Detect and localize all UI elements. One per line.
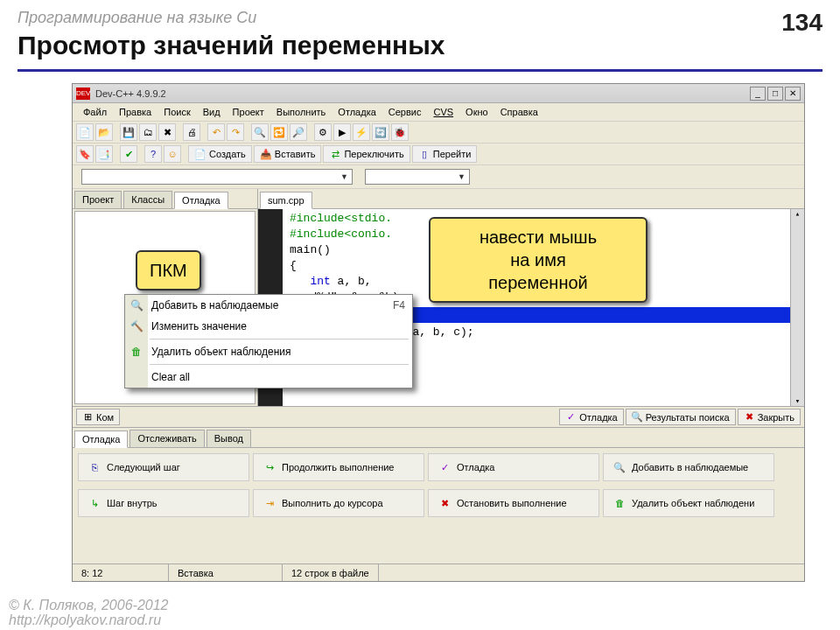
tab-classes[interactable]: Классы	[123, 191, 172, 208]
tab-close-output[interactable]: ✖Закрыть	[738, 409, 801, 425]
help-icon[interactable]: ?	[144, 145, 162, 163]
menu-edit[interactable]: Правка	[114, 105, 157, 119]
run-icon[interactable]: ▶	[333, 123, 351, 141]
debug-panel: ⎘Следующий шаг ↪Продолжить выполнение ✓О…	[73, 448, 804, 527]
subtab-watch[interactable]: Отслеживать	[130, 430, 204, 447]
continue-button[interactable]: ↪Продолжить выполнение	[253, 453, 424, 481]
hammer-icon: 🔨	[129, 318, 144, 334]
subtab-debug[interactable]: Отладка	[74, 430, 128, 448]
compile-icon[interactable]: ⚙	[314, 123, 332, 141]
insert-label: Вставить	[275, 149, 316, 159]
tab-project[interactable]: Проект	[74, 191, 122, 208]
switch-button[interactable]: ⇄Переключить	[323, 145, 410, 163]
menu-run[interactable]: Выполнить	[271, 105, 331, 119]
slide-supertitle: Программирование на языке Си	[18, 9, 822, 27]
goto-label: Перейти	[433, 149, 472, 159]
slide-footer: © К. Поляков, 2006-2012 http://kpolyakov…	[9, 598, 168, 628]
ctx-modify-value[interactable]: 🔨 Изменить значение	[125, 316, 412, 337]
chevron-down-icon: ▼	[458, 172, 466, 181]
scrollbar-v[interactable]	[790, 209, 804, 406]
window-title: Dev-C++ 4.9.9.2	[95, 88, 750, 99]
new-icon[interactable]: 📄	[76, 123, 94, 141]
print-icon[interactable]: 🖨	[183, 123, 200, 141]
config-dropdown[interactable]: ▼	[81, 169, 353, 185]
rebuild-icon[interactable]: 🔄	[372, 123, 389, 141]
tab-debug[interactable]: Отладка	[174, 192, 228, 209]
replace-icon[interactable]: 🔁	[270, 123, 288, 141]
slide-rule	[18, 69, 822, 72]
redo-icon[interactable]: ↷	[227, 123, 244, 141]
menu-service[interactable]: Сервис	[383, 105, 427, 119]
statusbar: 8: 12 Вставка 12 строк в файле	[73, 564, 804, 581]
menu-file[interactable]: Файл	[78, 105, 112, 119]
callout-rmb: ПКМ	[136, 250, 201, 290]
context-menu: 🔍 Добавить в наблюдаемые F4 🔨 Изменить з…	[124, 294, 413, 388]
create-label: Создать	[209, 149, 246, 159]
tab-output-debug[interactable]: ✓Отладка	[559, 409, 623, 425]
goto-button[interactable]: ▯Перейти	[412, 145, 478, 163]
separator	[150, 339, 409, 340]
slide-title: Просмотр значений переменных	[18, 31, 822, 60]
chevron-down-icon: ▼	[340, 172, 348, 181]
save-icon[interactable]: 💾	[120, 123, 137, 141]
close-file-icon[interactable]: ✖	[158, 123, 176, 141]
menubar: Файл Правка Поиск Вид Проект Выполнить О…	[73, 103, 804, 122]
menu-debug[interactable]: Отладка	[332, 105, 381, 119]
left-tabs: Проект Классы Отладка	[73, 189, 257, 209]
insert-button[interactable]: 📥Вставить	[254, 145, 322, 163]
compilerun-icon[interactable]: ⚡	[353, 123, 370, 141]
delete-watch-button[interactable]: 🗑Удалить объект наблюдени	[603, 489, 774, 517]
tab-search-results[interactable]: 🔍Результаты поиска	[626, 409, 736, 425]
status-lines: 12 строк в файле	[283, 564, 379, 581]
ctx-add-watch[interactable]: 🔍 Добавить в наблюдаемые F4	[125, 295, 412, 316]
open-icon[interactable]: 📂	[95, 123, 113, 141]
menu-view[interactable]: Вид	[198, 105, 226, 119]
subtab-output[interactable]: Вывод	[206, 430, 251, 447]
shortcut: F4	[393, 299, 405, 312]
about-icon[interactable]: ☺	[164, 145, 181, 163]
maximize-button[interactable]: □	[767, 87, 783, 101]
check-icon[interactable]: ✔	[120, 145, 137, 163]
menu-project[interactable]: Проект	[228, 105, 270, 119]
bottom-output-tabs: ⊞Ком ✓Отладка 🔍Результаты поиска ✖Закрыт…	[73, 406, 804, 428]
status-mode: Вставка	[169, 564, 283, 581]
slide-number: 134	[781, 9, 822, 37]
editor-tab[interactable]: sum.cpp	[260, 192, 312, 209]
undo-icon[interactable]: ↶	[207, 123, 225, 141]
toolbar-2: 🔖 📑 ✔ ? ☺ 📄Создать 📥Вставить ⇄Переключит…	[73, 144, 804, 165]
find-icon[interactable]: 🔍	[251, 123, 269, 141]
menu-cvs[interactable]: CVS	[428, 105, 458, 119]
tab-compile[interactable]: ⊞Ком	[76, 409, 120, 425]
app-icon: DEV	[76, 88, 90, 100]
run-to-cursor-button[interactable]: ⇥Выполнить до курсора	[253, 489, 424, 517]
ctx-clear-all[interactable]: Clear all	[125, 367, 412, 388]
toolbar-1: 📄 📂 💾 🗂 ✖ 🖨 ↶ ↷ 🔍 🔁 🔎 ⚙ ▶ ⚡ 🔄 🐞	[73, 122, 804, 144]
target-dropdown[interactable]: ▼	[365, 169, 470, 185]
separator	[150, 364, 409, 365]
saveall-icon[interactable]: 🗂	[139, 123, 157, 141]
add-watch-button[interactable]: 🔍Добавить в наблюдаемые	[603, 453, 774, 481]
minimize-button[interactable]: _	[750, 87, 766, 101]
menu-window[interactable]: Окно	[460, 105, 494, 119]
create-button[interactable]: 📄Создать	[188, 145, 252, 163]
next-step-button[interactable]: ⎘Следующий шаг	[78, 453, 249, 481]
menu-help[interactable]: Справка	[495, 105, 543, 119]
debug-button[interactable]: ✓Отладка	[428, 453, 599, 481]
close-button[interactable]: ✕	[785, 87, 801, 101]
menu-search[interactable]: Поиск	[158, 105, 195, 119]
step-into-button[interactable]: ↳Шаг внутрь	[78, 489, 249, 517]
titlebar[interactable]: DEV Dev-C++ 4.9.9.2 _ □ ✕	[73, 84, 804, 103]
toolbar-3: ▼ ▼	[73, 165, 804, 189]
magnifier-icon: 🔍	[129, 298, 144, 313]
stop-button[interactable]: ✖Остановить выполнение	[428, 489, 599, 517]
goto-bookmark-icon[interactable]: 📑	[95, 145, 113, 163]
trash-icon: 🗑	[129, 344, 144, 360]
switch-label: Переключить	[344, 149, 403, 159]
debug-run-icon[interactable]: 🐞	[391, 123, 409, 141]
callout-hover: навести мышь на имя переменной	[429, 217, 648, 303]
ctx-delete-watch[interactable]: 🗑 Удалить объект наблюдения	[125, 341, 412, 362]
bookmark-icon[interactable]: 🔖	[76, 145, 94, 163]
status-pos: 8: 12	[73, 564, 169, 581]
findnext-icon[interactable]: 🔎	[290, 123, 307, 141]
